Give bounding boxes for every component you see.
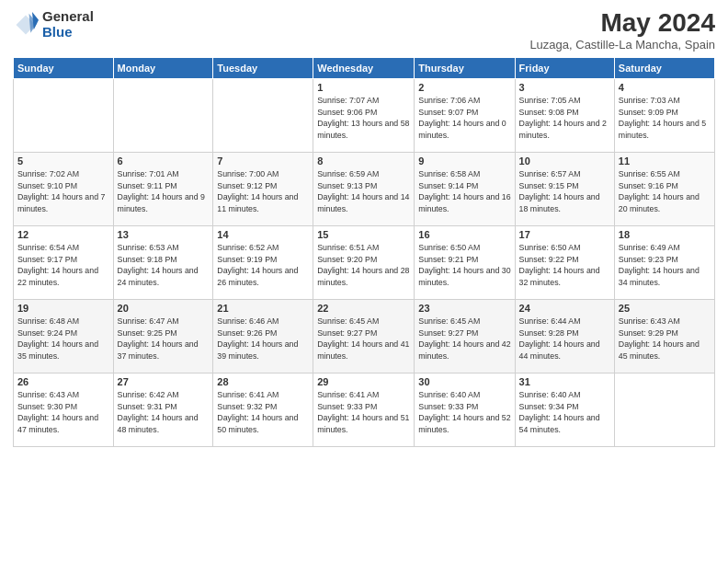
- day-number: 14: [217, 229, 309, 240]
- day-cell: 3Sunrise: 7:05 AMSunset: 9:08 PMDaylight…: [515, 78, 614, 152]
- day-info: Sunrise: 7:01 AMSunset: 9:11 PMDaylight:…: [118, 168, 210, 215]
- subtitle: Luzaga, Castille-La Mancha, Spain: [529, 38, 715, 52]
- logo-icon: [13, 12, 39, 38]
- day-number: 15: [317, 229, 410, 240]
- col-header-tuesday: Tuesday: [213, 57, 313, 78]
- day-info: Sunrise: 6:40 AMSunset: 9:33 PMDaylight:…: [418, 389, 510, 436]
- day-info: Sunrise: 7:07 AMSunset: 9:06 PMDaylight:…: [317, 95, 410, 142]
- day-cell: 5Sunrise: 7:02 AMSunset: 9:10 PMDaylight…: [14, 152, 114, 225]
- page: General Blue May 2024 Luzaga, Castille-L…: [0, 0, 728, 563]
- day-number: 13: [118, 229, 210, 240]
- day-number: 24: [519, 303, 610, 314]
- day-info: Sunrise: 6:54 AMSunset: 9:17 PMDaylight:…: [17, 242, 109, 289]
- day-cell: [14, 78, 114, 152]
- day-info: Sunrise: 7:00 AMSunset: 9:12 PMDaylight:…: [217, 168, 309, 215]
- main-title: May 2024: [529, 9, 715, 38]
- day-number: 10: [519, 155, 610, 167]
- day-number: 23: [418, 303, 510, 314]
- day-number: 1: [317, 82, 410, 93]
- day-number: 11: [619, 155, 711, 167]
- day-cell: 20Sunrise: 6:47 AMSunset: 9:25 PMDayligh…: [113, 299, 213, 373]
- day-number: 19: [17, 303, 109, 314]
- day-info: Sunrise: 6:42 AMSunset: 9:31 PMDaylight:…: [118, 389, 210, 436]
- logo-blue-text: Blue: [42, 25, 94, 40]
- header: General Blue May 2024 Luzaga, Castille-L…: [13, 9, 715, 52]
- day-info: Sunrise: 7:02 AMSunset: 9:10 PMDaylight:…: [17, 168, 109, 215]
- day-cell: 4Sunrise: 7:03 AMSunset: 9:09 PMDaylight…: [614, 78, 714, 152]
- day-info: Sunrise: 6:47 AMSunset: 9:25 PMDaylight:…: [118, 316, 210, 362]
- day-info: Sunrise: 6:58 AMSunset: 9:14 PMDaylight:…: [418, 168, 510, 215]
- day-number: 26: [17, 376, 109, 387]
- day-number: 3: [519, 82, 610, 93]
- day-cell: 27Sunrise: 6:42 AMSunset: 9:31 PMDayligh…: [113, 373, 213, 446]
- day-info: Sunrise: 6:40 AMSunset: 9:34 PMDaylight:…: [519, 389, 610, 436]
- day-info: Sunrise: 6:50 AMSunset: 9:22 PMDaylight:…: [519, 242, 610, 289]
- day-cell: 28Sunrise: 6:41 AMSunset: 9:32 PMDayligh…: [213, 373, 313, 446]
- day-cell: 30Sunrise: 6:40 AMSunset: 9:33 PMDayligh…: [415, 373, 515, 446]
- day-cell: 25Sunrise: 6:43 AMSunset: 9:29 PMDayligh…: [614, 299, 714, 373]
- day-number: 22: [317, 303, 410, 314]
- day-info: Sunrise: 6:48 AMSunset: 9:24 PMDaylight:…: [17, 316, 109, 362]
- day-cell: 19Sunrise: 6:48 AMSunset: 9:24 PMDayligh…: [14, 299, 114, 373]
- logo-text: General Blue: [42, 9, 94, 40]
- week-row-3: 12Sunrise: 6:54 AMSunset: 9:17 PMDayligh…: [14, 225, 715, 299]
- day-cell: [614, 373, 714, 446]
- title-block: May 2024 Luzaga, Castille-La Mancha, Spa…: [529, 9, 715, 52]
- day-number: 28: [217, 376, 309, 387]
- week-row-4: 19Sunrise: 6:48 AMSunset: 9:24 PMDayligh…: [14, 299, 715, 373]
- day-number: 31: [519, 376, 610, 387]
- day-cell: 22Sunrise: 6:45 AMSunset: 9:27 PMDayligh…: [313, 299, 415, 373]
- day-cell: 29Sunrise: 6:41 AMSunset: 9:33 PMDayligh…: [313, 373, 415, 446]
- day-number: 29: [317, 376, 410, 387]
- col-header-saturday: Saturday: [614, 57, 714, 78]
- day-cell: 8Sunrise: 6:59 AMSunset: 9:13 PMDaylight…: [313, 152, 415, 225]
- day-cell: 14Sunrise: 6:52 AMSunset: 9:19 PMDayligh…: [213, 225, 313, 299]
- day-info: Sunrise: 7:06 AMSunset: 9:07 PMDaylight:…: [418, 95, 510, 142]
- day-number: 6: [118, 155, 210, 167]
- day-number: 30: [418, 376, 510, 387]
- col-header-sunday: Sunday: [14, 57, 114, 78]
- day-number: 5: [17, 155, 109, 167]
- week-row-5: 26Sunrise: 6:43 AMSunset: 9:30 PMDayligh…: [14, 373, 715, 446]
- day-cell: 31Sunrise: 6:40 AMSunset: 9:34 PMDayligh…: [515, 373, 614, 446]
- day-number: 4: [619, 82, 711, 93]
- day-cell: 2Sunrise: 7:06 AMSunset: 9:07 PMDaylight…: [415, 78, 515, 152]
- day-info: Sunrise: 6:45 AMSunset: 9:27 PMDaylight:…: [317, 316, 410, 362]
- day-info: Sunrise: 6:41 AMSunset: 9:33 PMDaylight:…: [317, 389, 410, 436]
- day-cell: 24Sunrise: 6:44 AMSunset: 9:28 PMDayligh…: [515, 299, 614, 373]
- day-cell: 6Sunrise: 7:01 AMSunset: 9:11 PMDaylight…: [113, 152, 213, 225]
- day-number: 16: [418, 229, 510, 240]
- day-cell: 26Sunrise: 6:43 AMSunset: 9:30 PMDayligh…: [14, 373, 114, 446]
- day-info: Sunrise: 6:44 AMSunset: 9:28 PMDaylight:…: [519, 316, 610, 362]
- day-cell: 13Sunrise: 6:53 AMSunset: 9:18 PMDayligh…: [113, 225, 213, 299]
- day-cell: 15Sunrise: 6:51 AMSunset: 9:20 PMDayligh…: [313, 225, 415, 299]
- day-cell: 23Sunrise: 6:45 AMSunset: 9:27 PMDayligh…: [415, 299, 515, 373]
- week-row-1: 1Sunrise: 7:07 AMSunset: 9:06 PMDaylight…: [14, 78, 715, 152]
- week-row-2: 5Sunrise: 7:02 AMSunset: 9:10 PMDaylight…: [14, 152, 715, 225]
- day-number: 21: [217, 303, 309, 314]
- day-info: Sunrise: 6:53 AMSunset: 9:18 PMDaylight:…: [118, 242, 210, 289]
- day-cell: [113, 78, 213, 152]
- day-number: 9: [418, 155, 510, 167]
- day-cell: [213, 78, 313, 152]
- day-cell: 17Sunrise: 6:50 AMSunset: 9:22 PMDayligh…: [515, 225, 614, 299]
- day-number: 25: [619, 303, 711, 314]
- day-info: Sunrise: 6:43 AMSunset: 9:29 PMDaylight:…: [619, 316, 711, 362]
- day-cell: 10Sunrise: 6:57 AMSunset: 9:15 PMDayligh…: [515, 152, 614, 225]
- col-header-wednesday: Wednesday: [313, 57, 415, 78]
- day-info: Sunrise: 6:50 AMSunset: 9:21 PMDaylight:…: [418, 242, 510, 289]
- day-cell: 9Sunrise: 6:58 AMSunset: 9:14 PMDaylight…: [415, 152, 515, 225]
- logo-general-text: General: [42, 9, 94, 25]
- day-number: 2: [418, 82, 510, 93]
- col-header-monday: Monday: [113, 57, 213, 78]
- header-row: SundayMondayTuesdayWednesdayThursdayFrid…: [14, 57, 715, 78]
- col-header-friday: Friday: [515, 57, 614, 78]
- day-info: Sunrise: 6:45 AMSunset: 9:27 PMDaylight:…: [418, 316, 510, 362]
- day-cell: 12Sunrise: 6:54 AMSunset: 9:17 PMDayligh…: [14, 225, 114, 299]
- day-cell: 18Sunrise: 6:49 AMSunset: 9:23 PMDayligh…: [614, 225, 714, 299]
- day-info: Sunrise: 6:52 AMSunset: 9:19 PMDaylight:…: [217, 242, 309, 289]
- day-cell: 16Sunrise: 6:50 AMSunset: 9:21 PMDayligh…: [415, 225, 515, 299]
- calendar-table: SundayMondayTuesdayWednesdayThursdayFrid…: [13, 57, 715, 447]
- day-info: Sunrise: 7:05 AMSunset: 9:08 PMDaylight:…: [519, 95, 610, 142]
- day-cell: 1Sunrise: 7:07 AMSunset: 9:06 PMDaylight…: [313, 78, 415, 152]
